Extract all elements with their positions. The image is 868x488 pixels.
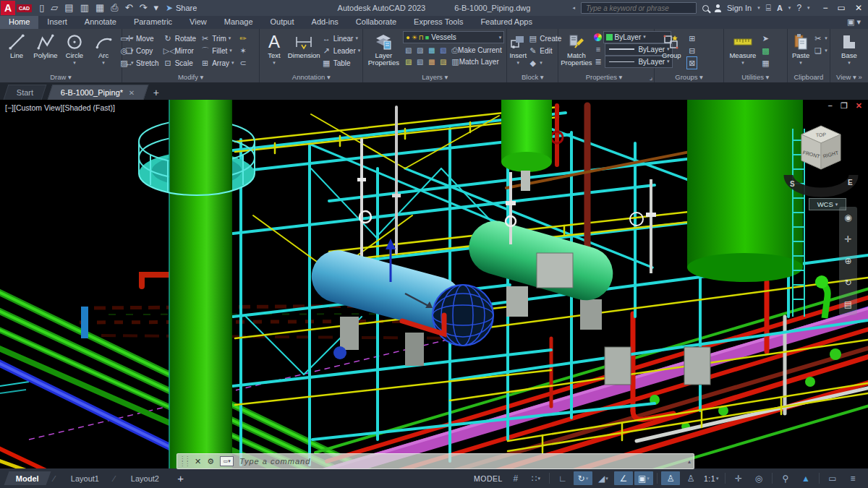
tab-parametric[interactable]: Parametric bbox=[125, 16, 181, 29]
groups-panel-label[interactable]: Groups ▾ bbox=[655, 73, 723, 82]
app-store-icon[interactable]: ⌸ bbox=[766, 3, 771, 13]
draw-line-button[interactable]: Line bbox=[2, 31, 31, 67]
save-as-icon[interactable]: ▥ bbox=[80, 0, 89, 16]
layout-tab-model[interactable]: Model bbox=[4, 471, 51, 485]
modify-move-button[interactable]: ✛Move bbox=[124, 33, 159, 44]
annotation-visibility-button[interactable]: ♙ bbox=[661, 471, 680, 485]
erase-button[interactable]: ✏ bbox=[239, 33, 248, 44]
measure-button[interactable]: Measure▾ bbox=[726, 31, 760, 67]
layers-make-current-button[interactable]: ⎙Make Current bbox=[451, 46, 501, 55]
sign-in-button[interactable]: Sign In bbox=[727, 4, 752, 12]
layer-tool-icon[interactable]: ▨ bbox=[438, 58, 448, 66]
close-button[interactable]: ✕ bbox=[855, 3, 862, 13]
help-icon[interactable]: ? bbox=[796, 3, 801, 13]
layer-tool-icon[interactable]: ▩ bbox=[426, 58, 437, 66]
layer-tool-icon[interactable]: ▧ bbox=[414, 58, 425, 66]
search-input[interactable] bbox=[584, 4, 693, 13]
draw-panel-label[interactable]: Draw ▾ bbox=[0, 73, 122, 82]
modify-panel-label[interactable]: Modify ▾ bbox=[122, 73, 259, 82]
text-button[interactable]: A Text▾ bbox=[262, 31, 286, 67]
modify-rotate-button[interactable]: ↻Rotate bbox=[163, 33, 196, 44]
view-panel-label[interactable]: View ▾ » bbox=[830, 73, 868, 82]
save-icon[interactable]: ▤ bbox=[64, 0, 73, 16]
annotation-scale-button[interactable]: 1:1▾ bbox=[702, 471, 721, 485]
sign-in-caret-icon[interactable]: ▾ bbox=[757, 5, 760, 11]
workspace-crosshair-button[interactable]: ✛ bbox=[729, 471, 748, 485]
command-input[interactable]: Type a command bbox=[239, 457, 310, 466]
customization-button[interactable]: ≡ bbox=[843, 471, 862, 485]
layer-tool-icon[interactable]: ▧ bbox=[403, 46, 414, 54]
base-view-button[interactable]: Base▾ bbox=[836, 31, 862, 67]
modify-mirror-button[interactable]: ▷◁Mirror bbox=[163, 45, 196, 56]
osnap-tracking-button[interactable]: ∠ bbox=[614, 471, 633, 485]
search-icon[interactable] bbox=[702, 5, 709, 12]
redo-icon[interactable]: ↷ bbox=[140, 0, 148, 16]
new-file-icon[interactable]: ▯ bbox=[39, 0, 44, 16]
print-icon[interactable]: ⎙ bbox=[111, 0, 118, 16]
help-caret[interactable]: ▾ bbox=[807, 5, 810, 11]
tab-manage[interactable]: Manage bbox=[216, 16, 262, 29]
tab-home[interactable]: Home bbox=[0, 16, 38, 29]
layer-properties-button[interactable]: Layer Properties bbox=[365, 31, 401, 67]
annotation-leader-button[interactable]: ↗Leader▾ bbox=[322, 45, 361, 56]
quick-calc-button[interactable]: ▩ bbox=[761, 45, 770, 56]
tab-insert[interactable]: Insert bbox=[38, 16, 76, 29]
modify-scale-button[interactable]: ⊡Scale bbox=[163, 57, 196, 69]
maximize-button[interactable]: ▭ bbox=[838, 3, 846, 13]
autocad-logo[interactable]: A bbox=[1, 1, 15, 15]
layout-tab-layout1[interactable]: Layout1 bbox=[59, 471, 111, 485]
annotation-monitor-button[interactable]: ⚲ bbox=[776, 471, 795, 485]
calculator-button[interactable]: ▦ bbox=[761, 57, 770, 69]
quick-select-button[interactable]: ➤ bbox=[761, 33, 770, 44]
navbar-orbit-icon[interactable]: ↻ bbox=[844, 278, 851, 288]
tab-collaborate[interactable]: Collaborate bbox=[347, 16, 405, 29]
block-panel-label[interactable]: Block ▾ bbox=[507, 73, 558, 82]
share-button[interactable]: ➤ Share bbox=[166, 3, 197, 13]
tab-annotate[interactable]: Annotate bbox=[76, 16, 125, 29]
tab-express-tools[interactable]: Express Tools bbox=[405, 16, 472, 29]
file-tab-start[interactable]: Start bbox=[4, 85, 47, 100]
polar-tracking-button[interactable]: ↻▾ bbox=[574, 471, 592, 485]
layer-tool-icon[interactable]: ▨ bbox=[414, 46, 425, 54]
layout-tab-layout2[interactable]: Layout2 bbox=[119, 471, 171, 485]
block-create-button[interactable]: ▤Create bbox=[528, 33, 561, 44]
annotation-table-button[interactable]: ▦Table bbox=[322, 57, 361, 69]
annotation-panel-label[interactable]: Annotation ▾ bbox=[260, 73, 362, 82]
drawing-close-button[interactable]: ✕ bbox=[856, 101, 862, 111]
command-line-grip[interactable]: ⋮⋮⋮⋮ bbox=[177, 456, 192, 466]
drawing-restore-button[interactable]: ❐ bbox=[841, 101, 848, 111]
minimize-button[interactable]: − bbox=[823, 3, 828, 13]
group-edit-button[interactable]: ⊞ bbox=[687, 33, 697, 44]
undo-icon[interactable]: ↶ bbox=[125, 0, 133, 16]
command-close-icon[interactable]: ✕ bbox=[192, 457, 204, 466]
modify-array-button[interactable]: ⊞Array▾ bbox=[200, 57, 234, 69]
autodesk-app-caret[interactable]: ▾ bbox=[788, 5, 791, 11]
graphics-performance-button[interactable]: ▲ bbox=[796, 471, 815, 485]
modify-copy-button[interactable]: ❏Copy bbox=[124, 45, 159, 56]
command-recent-icon[interactable]: ▴ bbox=[688, 458, 694, 465]
paste-button[interactable]: Paste▾ bbox=[790, 31, 812, 67]
isometric-drafting-button[interactable]: ◢▾ bbox=[594, 471, 613, 485]
modify-fillet-button[interactable]: ⌒Fillet▾ bbox=[200, 45, 234, 56]
snap-mode-button[interactable]: ∷▾ bbox=[527, 471, 545, 485]
file-tab-close-icon[interactable]: ✕ bbox=[129, 89, 135, 97]
draw-circle-button[interactable]: Circle▾ bbox=[60, 31, 89, 67]
ortho-button[interactable]: ∟ bbox=[553, 471, 572, 485]
new-layout-button[interactable]: + bbox=[177, 472, 184, 484]
explode-button[interactable]: ✶ bbox=[239, 45, 248, 56]
block-edit-button[interactable]: ✎Edit bbox=[528, 45, 561, 56]
file-tab-active[interactable]: 6-B-1000_Piping* ✕ bbox=[48, 85, 148, 100]
layer-tool-icon[interactable]: ▧ bbox=[438, 46, 448, 54]
navbar-wheel-icon[interactable]: ◉ bbox=[844, 213, 851, 223]
search-collapse-icon[interactable]: ◂ bbox=[572, 5, 575, 11]
search-box[interactable] bbox=[581, 2, 697, 14]
copy-clip-button[interactable]: ❏▾ bbox=[813, 45, 827, 56]
tab-add-ins[interactable]: Add-ins bbox=[303, 16, 347, 29]
grid-display-button[interactable]: # bbox=[506, 471, 525, 485]
viewcube[interactable]: S E TOP FRONT RIGHT bbox=[781, 113, 861, 207]
ungroup-button[interactable]: ⊟ bbox=[687, 45, 697, 56]
modify-trim-button[interactable]: ✂Trim▾ bbox=[200, 33, 234, 44]
tab-output[interactable]: Output bbox=[262, 16, 303, 29]
open-folder-icon[interactable]: ▱ bbox=[51, 0, 58, 16]
layer-tool-icon[interactable]: ▩ bbox=[426, 46, 437, 54]
